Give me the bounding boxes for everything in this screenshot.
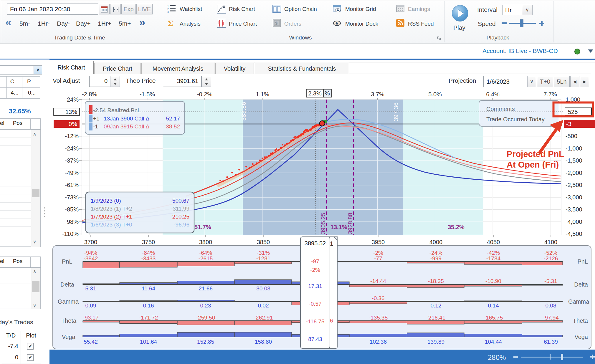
svg-text:-73%: -73% [65,194,79,201]
svg-text:Gamma: Gamma [568,298,589,305]
svg-text:2.3%: 2.3% [308,90,322,97]
svg-text:-262.91: -262.91 [254,315,273,321]
svg-text:1/8/2023 (1) T+2: 1/8/2023 (1) T+2 [91,206,132,212]
svg-text:-2,000: -2,000 [566,170,582,176]
svg-text:Vega: Vega [62,334,75,340]
svg-text:-1734: -1734 [486,255,501,262]
svg-text:-3433: -3433 [141,255,156,262]
svg-text:-500.67: -500.67 [171,198,189,204]
svg-text:1.1%: 1.1% [256,91,269,97]
svg-text:Gamma: Gamma [58,298,79,305]
svg-text:-52%: -52% [544,250,557,256]
svg-text:Comments: Comments [486,106,515,112]
svg-text:-49%: -49% [65,170,79,176]
svg-text:-2.8%: -2.8% [82,91,97,97]
svg-text:$: $ [275,21,278,26]
svg-text:Projected PnL: Projected PnL [507,149,564,159]
svg-text:1: 1 [167,5,169,8]
svg-text:-94%: -94% [84,250,97,256]
svg-text:-4,000: -4,000 [566,219,582,225]
svg-text:-165.75: -165.75 [484,315,503,321]
svg-text:-3,000: -3,000 [566,194,582,201]
svg-text:-3842: -3842 [84,255,98,262]
svg-text:0.14: 0.14 [488,302,499,309]
svg-text:383.86: 383.86 [240,102,247,121]
svg-text:Theta: Theta [61,317,77,324]
svg-text:3.7%: 3.7% [371,91,384,97]
svg-text:-2126: -2126 [544,255,558,262]
svg-text:Theta: Theta [573,317,588,324]
svg-text:-84%: -84% [142,250,155,256]
svg-text:-1,500: -1,500 [566,157,582,164]
svg-text:PnL: PnL [577,258,588,265]
svg-text:3950: 3950 [372,239,385,245]
svg-text:-3,500: -3,500 [566,206,582,213]
svg-text:158.80: 158.80 [255,339,272,345]
svg-text:At Open (Fri): At Open (Fri) [507,160,559,169]
svg-text:3850: 3850 [257,239,270,245]
svg-text:1/9/2023 (0): 1/9/2023 (0) [91,198,121,204]
svg-text:21.66: 21.66 [199,285,213,292]
svg-text:-85%: -85% [65,206,79,213]
svg-text:-14.44: -14.44 [370,278,386,284]
svg-text:5.31: 5.31 [85,285,96,292]
svg-text:-216.41: -216.41 [427,315,445,321]
svg-text:-2%: -2% [373,250,383,256]
svg-text:101.64: 101.64 [140,339,157,345]
svg-text:-1281: -1281 [256,255,271,262]
svg-text:1/6/2023 (3) T+0: 1/6/2023 (3) T+0 [91,221,132,228]
svg-text:-42%: -42% [487,250,500,256]
svg-text:139.89: 139.89 [427,339,444,345]
svg-text:-31%: -31% [257,250,270,256]
svg-text:11.64: 11.64 [142,285,156,292]
svg-text:-98%: -98% [65,219,79,225]
svg-text:24%: 24% [67,96,79,103]
svg-text:13%: 13% [65,109,77,115]
svg-text:3928.88: 3928.88 [347,213,353,234]
svg-text:3: 3 [167,10,169,13]
svg-text:-2615: -2615 [199,255,213,262]
svg-text:3700: 3700 [84,239,97,245]
svg-text:-999: -999 [430,255,442,262]
svg-text:7.7%: 7.7% [543,91,557,97]
svg-text:0.16: 0.16 [143,302,154,309]
svg-text:-93.17: -93.17 [83,315,99,321]
svg-text:-4,500: -4,500 [566,231,582,237]
svg-text:-10.90: -10.90 [485,278,501,284]
svg-text:%: % [325,90,330,97]
svg-text:-24%: -24% [65,145,79,152]
svg-text:5.0%: 5.0% [428,91,442,97]
svg-text:52.17: 52.17 [166,115,180,122]
svg-text:51.7%: 51.7% [194,224,211,230]
svg-text:09Jan 3915 Call Δ: 09Jan 3915 Call Δ [104,123,150,130]
svg-text:3750: 3750 [142,239,155,245]
svg-text:-2,500: -2,500 [566,182,582,188]
svg-text:-311.99: -311.99 [171,206,189,212]
svg-text:-5.31: -5.31 [544,278,557,284]
svg-text:30.03: 30.03 [256,285,270,292]
svg-text:0%: 0% [69,121,77,127]
svg-text:Vega: Vega [574,334,588,340]
svg-text:0.08: 0.08 [546,302,556,309]
svg-text:-1.5%: -1.5% [140,91,155,97]
svg-text:-97.94: -97.94 [543,315,559,321]
svg-text:-210.25: -210.25 [171,214,189,220]
svg-text:55.42: 55.42 [84,339,98,345]
svg-text:0.23: 0.23 [200,302,211,309]
svg-text:-259.50: -259.50 [196,315,215,321]
svg-text:0.09: 0.09 [85,302,96,309]
svg-text:+1: +1 [93,115,100,122]
svg-text:0.02: 0.02 [258,302,269,309]
svg-text:35.2%: 35.2% [448,224,465,230]
svg-text:38.52: 38.52 [166,123,180,130]
svg-text:Trade Occurred Today: Trade Occurred Today [486,116,545,123]
svg-text:-135.35: -135.35 [369,315,388,321]
svg-text:152.85: 152.85 [197,339,214,345]
svg-text:-1: -1 [93,123,98,130]
svg-text:4100: 4100 [544,239,558,245]
svg-text:-2.54 Realized PnL: -2.54 Realized PnL [93,107,141,113]
svg-text:-110%: -110% [62,231,79,237]
svg-text:525: 525 [568,109,578,115]
svg-text:PnL: PnL [62,258,72,265]
svg-text:61.39: 61.39 [544,339,558,345]
